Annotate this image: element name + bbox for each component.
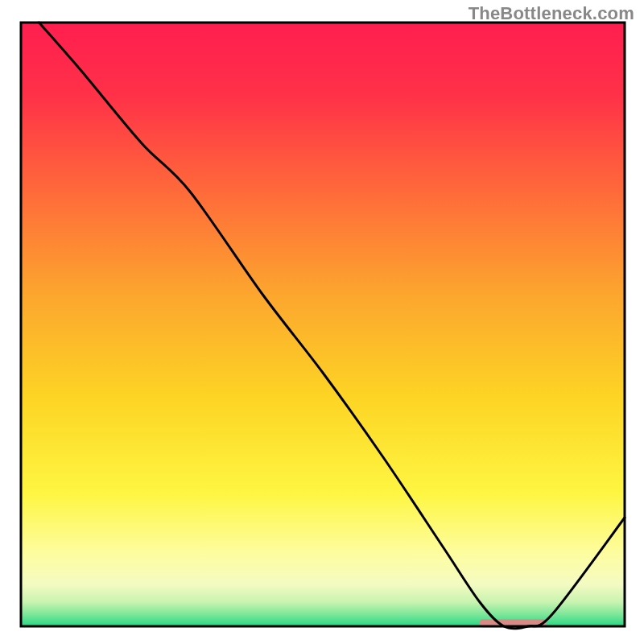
bottleneck-chart (0, 0, 644, 644)
attribution-text: TheBottleneck.com (469, 3, 634, 24)
plot-background (21, 23, 625, 626)
